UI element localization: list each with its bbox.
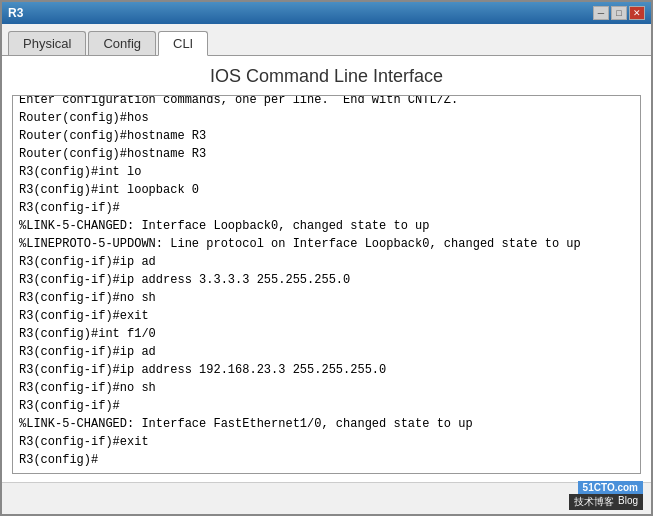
terminal-line: R3(config)#int loopback 0 — [19, 181, 634, 199]
terminal-line: R3(config-if)# — [19, 199, 634, 217]
minimize-button[interactable]: ─ — [593, 6, 609, 20]
tab-config[interactable]: Config — [88, 31, 156, 55]
terminal-line: R3(config-if)#exit — [19, 433, 634, 451]
terminal-line: R3(config-if)#no sh — [19, 289, 634, 307]
tab-physical[interactable]: Physical — [8, 31, 86, 55]
terminal-line: Router(config)#hos — [19, 109, 634, 127]
main-window: R3 ─ □ ✕ Physical Config CLI IOS Command… — [0, 0, 653, 516]
window-title: R3 — [8, 6, 23, 20]
terminal-line: R3(config-if)# — [19, 397, 634, 415]
terminal-line: R3(config-if)#exit — [19, 307, 634, 325]
close-button[interactable]: ✕ — [629, 6, 645, 20]
terminal-output[interactable]: Router#conf cEnter configuration command… — [13, 96, 640, 473]
terminal-container: Router#conf cEnter configuration command… — [12, 95, 641, 474]
watermark-top: 51CTO.com — [578, 481, 643, 494]
terminal-line: R3(config)# — [19, 451, 634, 469]
watermark-bottom-right: Blog — [618, 495, 638, 509]
terminal-line: Router(config)#hostname R3 — [19, 127, 634, 145]
tab-bar: Physical Config CLI — [2, 24, 651, 56]
terminal-line: R3(config)#int f1/0 — [19, 325, 634, 343]
terminal-line: R3(config-if)#no sh — [19, 379, 634, 397]
tab-cli[interactable]: CLI — [158, 31, 208, 56]
terminal-line: %LINK-5-CHANGED: Interface FastEthernet1… — [19, 415, 634, 433]
main-content: IOS Command Line Interface Router#conf c… — [2, 56, 651, 514]
window-controls: ─ □ ✕ — [593, 6, 645, 20]
terminal-line: %LINEPROTO-5-UPDOWN: Line protocol on In… — [19, 235, 634, 253]
terminal-line: Enter configuration commands, one per li… — [19, 96, 634, 109]
watermark: 51CTO.com 技术博客 Blog — [569, 481, 643, 510]
terminal-line: %LINK-5-CHANGED: Interface Loopback0, ch… — [19, 217, 634, 235]
terminal-line: R3(config-if)#ip address 3.3.3.3 255.255… — [19, 271, 634, 289]
title-bar: R3 ─ □ ✕ — [2, 2, 651, 24]
page-title: IOS Command Line Interface — [2, 56, 651, 95]
terminal-line: R3(config-if)#ip ad — [19, 253, 634, 271]
terminal-line: R3(config)#int lo — [19, 163, 634, 181]
maximize-button[interactable]: □ — [611, 6, 627, 20]
terminal-line: Router(config)#hostname R3 — [19, 145, 634, 163]
watermark-bottom-left: 技术博客 — [574, 495, 614, 509]
bottom-bar: Copy 51CTO.com 技术博客 Blog — [2, 482, 651, 514]
terminal-line: R3(config-if)#ip ad — [19, 343, 634, 361]
terminal-line: R3(config-if)#ip address 192.168.23.3 25… — [19, 361, 634, 379]
watermark-bottom: 技术博客 Blog — [569, 494, 643, 510]
